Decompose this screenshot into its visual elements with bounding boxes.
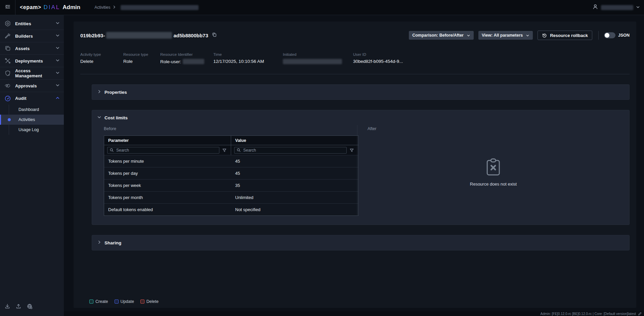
meta-label: Initiated	[283, 52, 353, 56]
column-header-value: Value	[231, 136, 358, 145]
search-icon	[110, 148, 114, 152]
after-label: After	[368, 126, 629, 131]
status-bar: Admin: [FE]0.12.0-rc [BE]0.12.0-rc | Cor…	[64, 311, 644, 316]
upload-icon[interactable]	[15, 303, 22, 311]
activity-meta-row: Activity type Delete Resource type Role …	[80, 52, 630, 64]
actions-divider	[598, 31, 599, 40]
row-parameter: Tokens per minute	[104, 159, 231, 164]
resource-not-exist-empty-state: Resource does not exist	[470, 158, 517, 187]
table-row: Tokens per month Unlimited	[104, 191, 358, 203]
chevron-down-icon	[55, 83, 60, 89]
sidebar: Entities Builders Assets	[0, 15, 64, 316]
view-dropdown-label: View: All parameters	[482, 33, 523, 38]
sidebar-item-deployments[interactable]: Deployments	[0, 55, 64, 67]
empty-state-text: Resource does not exist	[470, 182, 517, 187]
view-dropdown[interactable]: View: All parameters	[478, 31, 533, 40]
copy-icon[interactable]	[212, 32, 217, 39]
sidebar-item-entities[interactable]: Entities	[0, 17, 64, 30]
parameter-search-input[interactable]	[107, 147, 219, 154]
json-toggle-label: JSON	[618, 33, 630, 38]
sidebar-item-label: Entities	[15, 21, 55, 26]
title-prefix: 019b2b93-	[80, 33, 105, 38]
sidebar-item-audit[interactable]: Audit	[0, 92, 64, 105]
content-card: 019b2b93- ad5b8800bb73 Comparison: Befor…	[74, 22, 636, 308]
breadcrumb-redacted-title	[121, 5, 199, 10]
audit-submenu: Dashboard Activities Usage Log	[0, 105, 64, 135]
cost-limits-panel-title: Cost limits	[104, 115, 128, 120]
sidebar-item-label: Approvals	[15, 83, 55, 88]
filter-funnel-icon[interactable]	[219, 148, 229, 153]
submenu-item-label: Dashboard	[18, 107, 39, 112]
json-toggle[interactable]	[604, 32, 615, 38]
sidebar-collapse-button[interactable]	[0, 0, 15, 15]
globe-settings-icon[interactable]	[27, 303, 33, 311]
chevron-down-icon	[55, 70, 60, 76]
row-value: 45	[231, 159, 358, 164]
collapse-sidebar-icon	[4, 3, 11, 11]
meta-initiated: Initiated	[283, 52, 353, 64]
app-logo: <epam> DIAL Admin	[20, 4, 80, 11]
value-search-input[interactable]	[234, 147, 347, 154]
before-label: Before	[104, 126, 357, 131]
sidebar-item-approvals[interactable]: Approvals	[0, 80, 64, 92]
legend-item-update: Update	[115, 299, 134, 304]
resource-identifier-redacted	[183, 59, 204, 64]
breadcrumb-activities-link[interactable]: Activities	[94, 5, 110, 10]
sidebar-item-assets[interactable]: Assets	[0, 42, 64, 55]
table-search-row	[104, 145, 358, 155]
sidebar-item-label: Audit	[15, 96, 55, 101]
sidebar-item-label: Deployments	[15, 58, 55, 64]
active-dot	[8, 118, 11, 121]
meta-value: 30bed82f-b095-454d-9...	[353, 59, 630, 64]
sharing-panel-header[interactable]: Sharing	[92, 235, 629, 250]
row-parameter: Tokens per day	[104, 171, 231, 176]
properties-panel-title: Properties	[104, 90, 127, 95]
update-color-swatch	[115, 300, 119, 304]
meta-value: Delete	[80, 59, 123, 64]
properties-panel-header[interactable]: Properties	[92, 85, 629, 100]
sidebar-footer	[0, 303, 64, 316]
cost-limits-panel-header[interactable]: Cost limits	[92, 110, 629, 125]
dial-logo: DIAL	[43, 4, 60, 11]
chevron-down-icon	[55, 33, 60, 39]
crossed-tools-deployments-icon	[4, 57, 11, 64]
row-value: Unlimited	[231, 195, 358, 200]
meta-user-id: User ID 30bed82f-b095-454d-9...	[353, 52, 630, 64]
meta-time: Time 12/17/2025, 10:10:56 AM	[213, 52, 283, 64]
comparison-dropdown[interactable]: Comparison: Before/After	[409, 31, 474, 40]
download-icon[interactable]	[4, 303, 10, 311]
shield-gear-access-icon	[4, 70, 11, 77]
sidebar-item-activities[interactable]: Activities	[0, 115, 64, 125]
meta-value	[283, 59, 353, 64]
sidebar-item-label: Assets	[15, 46, 55, 51]
sidebar-item-access-management[interactable]: Access Management	[0, 67, 64, 80]
legend-item-create: Create	[89, 299, 108, 304]
resource-identifier-prefix: Role-user:	[160, 59, 181, 64]
user-icon	[592, 4, 598, 11]
resource-rollback-button[interactable]: Resource rollback	[538, 31, 592, 40]
meta-resource-identifier: Resource Identifier Role-user:	[160, 52, 213, 64]
sidebar-item-dashboard[interactable]: Dashboard	[0, 105, 64, 115]
sidebar-item-label: Access Management	[15, 68, 55, 78]
cost-limits-panel: Cost limits Before Parameter Value	[92, 110, 630, 225]
row-parameter: Tokens per month	[104, 195, 231, 200]
clipboard-x-icon	[485, 158, 502, 176]
chevron-right-icon	[97, 240, 101, 246]
sidebar-item-usage-log[interactable]: Usage Log	[0, 125, 64, 135]
title-suffix: ad5b8800bb73	[173, 33, 208, 38]
chevron-down-icon	[55, 58, 60, 64]
user-menu[interactable]	[592, 4, 640, 11]
sidebar-item-builders[interactable]: Builders	[0, 30, 64, 42]
filter-funnel-icon[interactable]	[347, 148, 357, 153]
before-column: Before Parameter Value	[92, 125, 357, 216]
legend-label: Create	[95, 299, 108, 304]
edit-pencil-icon[interactable]	[638, 312, 642, 316]
cost-limits-body: Before Parameter Value	[92, 125, 629, 225]
meta-value: Role-user:	[160, 59, 213, 64]
row-value: 45	[231, 171, 358, 176]
search-icon	[237, 148, 241, 152]
admin-logo-text: Admin	[62, 4, 80, 11]
legend-item-delete: Delete	[140, 299, 159, 304]
user-menu-chevron-down-icon	[636, 4, 640, 10]
chevron-up-icon	[55, 95, 60, 102]
